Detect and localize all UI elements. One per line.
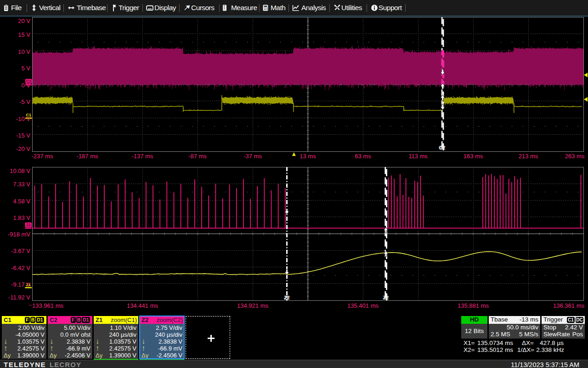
svg-text:4.58 V: 4.58 V [13, 198, 30, 205]
svg-text:-137 ms: -137 ms [132, 153, 153, 160]
svg-text:136.361 ms: 136.361 ms [553, 302, 584, 309]
svg-text:263 ms: 263 ms [565, 153, 585, 160]
svg-text:63 ms: 63 ms [355, 153, 371, 160]
svg-text:Z2: Z2 [26, 223, 31, 227]
svg-text:-9.17 V: -9.17 V [11, 281, 30, 288]
svg-text:135.401 ms: 135.401 ms [347, 302, 379, 309]
svg-text:-20 V: -20 V [16, 145, 30, 152]
svg-text:10.08 V: 10.08 V [10, 167, 30, 174]
svg-text:163 ms: 163 ms [464, 153, 483, 160]
svg-text:Z2: Z2 [284, 295, 290, 300]
svg-text:213 ms: 213 ms [519, 153, 538, 160]
svg-text:134.921 ms: 134.921 ms [237, 302, 268, 309]
svg-text:5 V: 5 V [21, 65, 30, 72]
svg-text:135.881 ms: 135.881 ms [458, 302, 489, 309]
svg-text:133.961 ms: 133.961 ms [32, 302, 63, 309]
svg-text:1.83 V: 1.83 V [13, 214, 30, 221]
svg-text:-5 V: -5 V [19, 98, 30, 105]
svg-text:-3.67 V: -3.67 V [11, 247, 30, 254]
svg-text:15 V: 15 V [18, 31, 30, 38]
svg-text:-187 ms: -187 ms [77, 153, 98, 160]
svg-text:-6.42 V: -6.42 V [11, 264, 30, 271]
svg-text:7.33 V: 7.33 V [13, 181, 30, 188]
svg-text:13 ms: 13 ms [300, 153, 316, 160]
svg-text:-37 ms: -37 ms [243, 153, 262, 160]
svg-text:←: ← [28, 301, 33, 307]
svg-text:113 ms: 113 ms [408, 153, 428, 160]
svg-text:-15 V: -15 V [16, 132, 30, 139]
svg-text:134.441 ms: 134.441 ms [127, 302, 158, 309]
svg-text:-87 ms: -87 ms [188, 153, 207, 160]
svg-text:10 V: 10 V [18, 48, 30, 55]
svg-text:-237 ms: -237 ms [32, 153, 53, 160]
svg-text:0 V: 0 V [21, 82, 30, 89]
svg-text:20 V: 20 V [18, 17, 30, 24]
svg-text:-918 mV: -918 mV [8, 231, 30, 238]
svg-text:C2: C2 [440, 145, 446, 150]
svg-text:-11.92 V: -11.92 V [8, 294, 31, 301]
svg-text:Z2: Z2 [384, 295, 389, 300]
svg-text:-10 V: -10 V [16, 115, 30, 122]
